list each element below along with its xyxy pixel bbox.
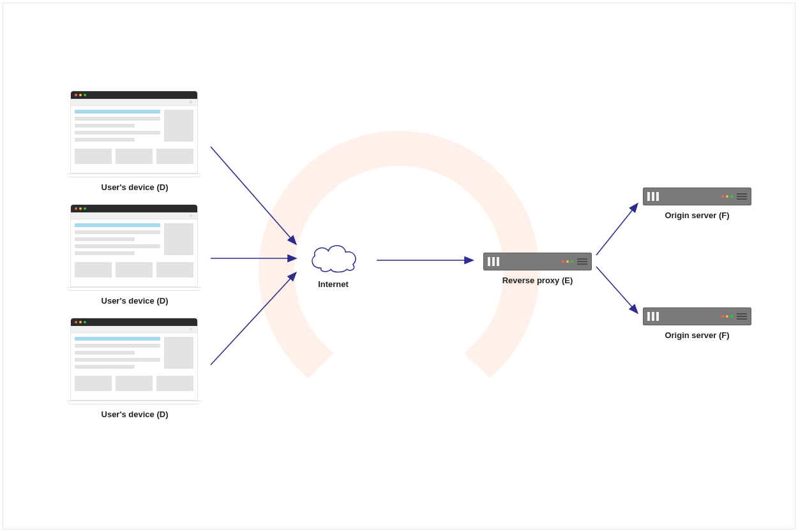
reverse-proxy-label: Reverse proxy (E)	[502, 276, 573, 285]
internet-label: Internet	[318, 279, 349, 289]
device-1-label: User's device (D)	[102, 182, 169, 192]
laptop-icon	[70, 318, 198, 401]
reverse-proxy-server	[483, 253, 592, 270]
user-device-3	[70, 318, 204, 404]
device-3-label: User's device (D)	[102, 410, 169, 419]
server-icon	[643, 188, 751, 205]
origin-2-label: Origin server (F)	[665, 330, 729, 340]
origin-server-2	[643, 307, 751, 325]
laptop-icon	[70, 204, 198, 287]
server-icon	[643, 307, 751, 325]
background-ring-icon	[252, 124, 546, 418]
origin-server-1	[643, 188, 751, 205]
origin-1-label: Origin server (F)	[665, 211, 729, 220]
cloud-icon	[305, 241, 363, 273]
user-device-1	[70, 91, 204, 177]
server-icon	[483, 253, 592, 270]
device-2-label: User's device (D)	[102, 296, 169, 306]
laptop-icon	[70, 91, 198, 174]
user-device-2	[70, 204, 204, 291]
